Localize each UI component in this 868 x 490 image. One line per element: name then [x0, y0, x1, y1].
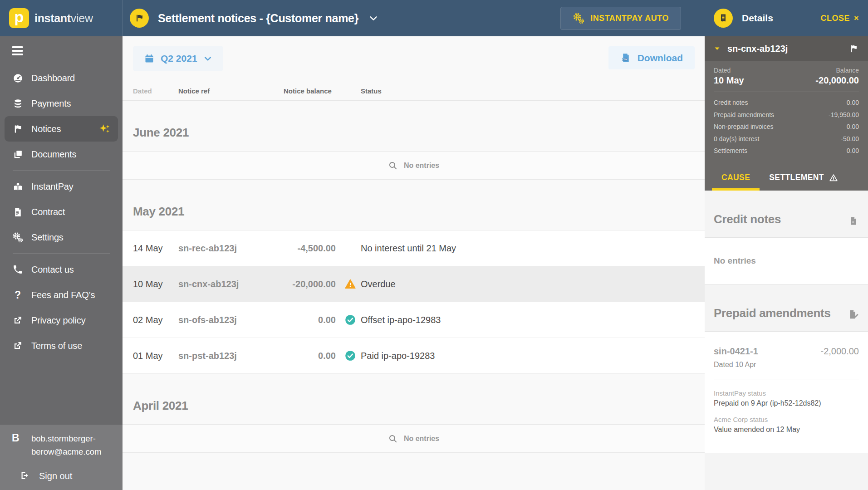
gears-icon — [573, 12, 585, 24]
breakdown-value: -50.00 — [841, 133, 859, 145]
notice-row[interactable]: 10 May sn-cnx-ab123j -20,000.00 Overdue — [123, 266, 705, 302]
sidebar-divider — [13, 253, 110, 254]
sidebar-item-label: Contact us — [31, 265, 74, 275]
month-title: April 2021 — [133, 399, 188, 412]
svg-text:CSV: CSV — [623, 58, 628, 61]
contract-icon — [12, 206, 24, 218]
divider — [714, 92, 859, 92]
sidebar-item-instantpay[interactable]: InstantPay — [0, 174, 123, 199]
page-title-dropdown[interactable]: Settlement notices - {Customer name} — [158, 12, 378, 25]
notice-status: Overdue — [361, 279, 705, 289]
sidebar-item-privacy-policy[interactable]: Privacy policy — [0, 308, 123, 333]
credit-notes-heading: Credit notes — [714, 212, 781, 226]
column-header-balance[interactable]: Notice balance — [284, 87, 336, 95]
notices-main: Q2 2021 CSV Download Dated Notice ref No… — [123, 36, 705, 490]
prepaid-amendment-entry[interactable]: sin-0421-1 -2,000.00 Dated 10 Apr Instan… — [705, 332, 868, 453]
month-section-title: April 2021 — [123, 374, 705, 425]
tab-cause[interactable]: CAUSE — [712, 165, 760, 191]
warning-outline-icon — [829, 173, 839, 183]
breakdown-value: 0.00 — [847, 121, 859, 133]
breakdown-label: Non-prepaid invoices — [714, 121, 774, 133]
sidebar-item-dashboard[interactable]: Dashboard — [0, 65, 123, 91]
notice-ref: sn-cnx-ab123j — [178, 279, 284, 289]
notice-row[interactable]: 14 May sn-rec-ab123j -4,500.00 No intere… — [123, 230, 705, 266]
notice-table-body: June 2021 No entries May 2021 14 May sn-… — [123, 101, 705, 453]
balance-value: -20,000.00 — [815, 75, 859, 86]
period-selector-button[interactable]: Q2 2021 — [133, 46, 223, 71]
notice-row[interactable]: 02 May sn-ofs-ab123j 0.00 Offset ip-apo-… — [123, 302, 705, 338]
hamburger-icon — [12, 46, 23, 57]
phone-icon — [12, 264, 24, 275]
notice-ref: sn-ofs-ab123j — [178, 315, 284, 325]
balance-breakdown: Credit notes 0.00 Prepaid amendments -19… — [714, 97, 859, 157]
document-edit-icon[interactable] — [847, 309, 859, 320]
amendment-ref: sin-0421-1 — [714, 346, 758, 357]
sidebar-item-documents[interactable]: Documents — [0, 142, 123, 167]
breakdown-label: Credit notes — [714, 97, 748, 109]
sidebar-item-payments[interactable]: Payments — [0, 91, 123, 116]
brand-name: instantview — [34, 12, 93, 25]
amendment-amount: -2,000.00 — [820, 346, 859, 357]
gauge-icon — [12, 72, 24, 84]
flag-icon[interactable] — [848, 44, 859, 54]
menu-toggle-button[interactable] — [0, 36, 123, 65]
notice-ref: sn-rec-ab123j — [178, 243, 284, 254]
sign-out-button[interactable]: Sign out — [12, 470, 123, 482]
instantpay-status-label: InstantPay status — [714, 389, 859, 397]
top-bar: p instantview Settlement notices - {Cust… — [0, 0, 868, 36]
sidebar-item-label: Terms of use — [31, 341, 82, 351]
sidebar-item-label: Payments — [31, 98, 71, 109]
notice-summary: Dated Balance 10 May -20,000.00 Credit n… — [705, 61, 868, 165]
prepaid-amendments-heading: Prepaid amendments — [714, 306, 831, 320]
breakdown-row: 0 day(s) interest -50.00 — [714, 133, 859, 145]
question-mark-icon: ? — [12, 289, 24, 301]
user-email: bob.stormberger-berow@acme.com — [31, 432, 113, 458]
sidebar-item-terms-of-use[interactable]: Terms of use — [0, 333, 123, 358]
csv-file-icon: CSV — [620, 52, 632, 64]
divider — [714, 379, 859, 379]
column-header-dated[interactable]: Dated — [133, 87, 178, 95]
document-icon[interactable] — [848, 216, 859, 226]
notice-row[interactable]: 01 May sn-pst-ab123j 0.00 Paid ip-apo-19… — [123, 338, 705, 374]
month-section-title: June 2021 — [123, 101, 705, 152]
download-button[interactable]: CSV Download — [608, 46, 695, 69]
breakdown-row: Non-prepaid invoices 0.00 — [714, 121, 859, 133]
empty-label: No entries — [714, 256, 756, 265]
sidebar-item-label: Dashboard — [31, 73, 75, 83]
instantpay-status-value: Prepaid on 9 Apr (ip-h52-12ds82) — [714, 399, 859, 407]
sidebar-user-area: B bob.stormberger-berow@acme.com Sign ou… — [0, 425, 123, 490]
details-title: Details — [742, 13, 773, 24]
breakdown-label: Settlements — [714, 145, 747, 157]
balance-label: Balance — [836, 67, 859, 74]
notice-expander[interactable]: sn-cnx-ab123j — [705, 36, 868, 61]
notice-dated: 02 May — [133, 315, 178, 325]
instantpay-auto-button[interactable]: INSTANTPAY AUTO — [560, 7, 681, 30]
page-title: Settlement notices - {Customer name} — [158, 12, 358, 25]
download-label: Download — [638, 53, 683, 64]
close-button[interactable]: CLOSE × — [820, 14, 859, 23]
column-header-status[interactable]: Status — [361, 87, 705, 95]
acme-status-label: Acme Corp status — [714, 416, 859, 423]
tab-settlement[interactable]: SETTLEMENT — [760, 165, 848, 191]
empty-label: No entries — [404, 162, 439, 170]
instantpay-auto-label: INSTANTPAY AUTO — [590, 14, 669, 23]
notice-balance: -20,000.00 — [284, 279, 336, 289]
column-header-ref[interactable]: Notice ref — [178, 87, 284, 95]
avatar: B — [12, 432, 24, 458]
sidebar-item-fees-faqs[interactable]: ? Fees and FAQ’s — [0, 282, 123, 308]
sidebar-item-notices[interactable]: Notices — [5, 116, 118, 142]
acme-status-value: Value amended on 12 May — [714, 426, 859, 434]
empty-row: No entries — [123, 425, 705, 453]
search-icon — [388, 161, 398, 171]
sidebar-item-settings[interactable]: Settings — [0, 225, 123, 250]
sidebar-item-contact-us[interactable]: Contact us — [0, 257, 123, 282]
sidebar-item-label: Privacy policy — [31, 315, 85, 326]
notice-ref: sn-pst-ab123j — [178, 351, 284, 361]
month-section-title: May 2021 — [123, 180, 705, 230]
app-logo: p instantview — [0, 0, 123, 36]
chevron-down-icon[interactable] — [368, 13, 378, 23]
sidebar-item-contract[interactable]: Contract — [0, 199, 123, 225]
notices-badge — [130, 9, 149, 28]
sparkles-icon — [98, 122, 111, 135]
notice-dated: 14 May — [133, 243, 178, 254]
